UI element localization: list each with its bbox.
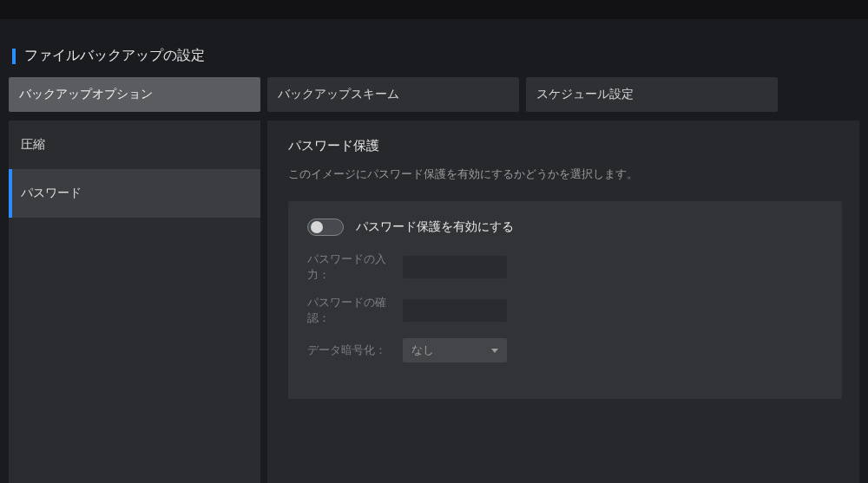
tab-schedule[interactable]: スケジュール設定 bbox=[526, 77, 778, 112]
title-accent bbox=[12, 49, 16, 64]
main-panel: パスワード保護 このイメージにパスワード保護を有効にするかどうかを選択します。 … bbox=[267, 121, 859, 483]
page-title-row: ファイルバックアップの設定 bbox=[0, 19, 868, 77]
content-area: 圧縮 パスワード パスワード保護 このイメージにパスワード保護を有効にするかどう… bbox=[0, 121, 868, 483]
password-toggle-row: パスワード保護を有効にする bbox=[307, 219, 823, 236]
password-confirm-row: パスワードの確認： bbox=[307, 295, 823, 326]
encryption-row: データ暗号化： なし bbox=[307, 338, 823, 362]
encryption-select[interactable]: なし bbox=[403, 338, 507, 362]
sidebar-item-label: 圧縮 bbox=[21, 137, 45, 153]
toggle-knob bbox=[311, 221, 323, 233]
section-title: パスワード保護 bbox=[288, 138, 842, 154]
sidebar: 圧縮 パスワード bbox=[9, 121, 260, 483]
tabs-row: バックアップオプション バックアップスキーム スケジュール設定 bbox=[0, 77, 868, 121]
window-topbar bbox=[0, 0, 868, 19]
page-title: ファイルバックアップの設定 bbox=[24, 47, 205, 65]
section-description: このイメージにパスワード保護を有効にするかどうかを選択します。 bbox=[288, 166, 842, 182]
password-confirm-input[interactable] bbox=[403, 299, 507, 322]
encryption-value: なし bbox=[411, 343, 434, 358]
password-confirm-label: パスワードの確認： bbox=[307, 295, 403, 326]
toggle-label: パスワード保護を有効にする bbox=[356, 219, 514, 235]
password-input-row: パスワードの入力： bbox=[307, 251, 823, 283]
tab-label: バックアップスキーム bbox=[278, 87, 399, 102]
chevron-down-icon bbox=[491, 349, 498, 353]
sidebar-item-label: パスワード bbox=[21, 186, 82, 201]
sidebar-item-compression[interactable]: 圧縮 bbox=[9, 121, 260, 169]
enable-password-toggle[interactable] bbox=[307, 219, 344, 236]
tab-label: バックアップオプション bbox=[19, 87, 153, 102]
password-panel: パスワード保護を有効にする パスワードの入力： パスワードの確認： データ暗号化… bbox=[288, 201, 842, 399]
tab-backup-options[interactable]: バックアップオプション bbox=[9, 77, 260, 112]
encryption-label: データ暗号化： bbox=[307, 343, 403, 358]
tab-backup-scheme[interactable]: バックアップスキーム bbox=[267, 77, 519, 112]
tab-label: スケジュール設定 bbox=[536, 87, 634, 102]
password-input-label: パスワードの入力： bbox=[307, 251, 403, 283]
password-input[interactable] bbox=[403, 256, 507, 278]
sidebar-item-password[interactable]: パスワード bbox=[9, 169, 260, 218]
